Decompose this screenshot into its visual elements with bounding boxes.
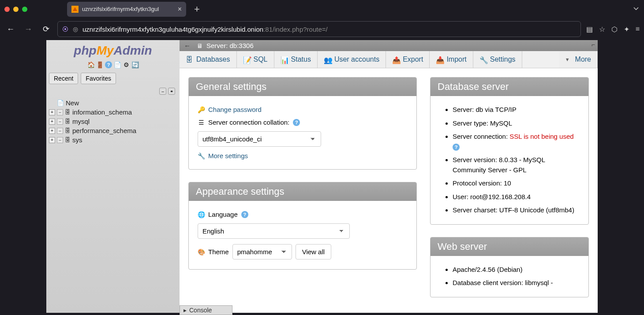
reload-button[interactable]: ⟳	[40, 24, 52, 34]
expand-icon[interactable]: +	[49, 109, 55, 115]
expand-icon[interactable]: +	[49, 137, 55, 143]
reader-mode-icon[interactable]: ▤	[586, 25, 593, 33]
server-breadcrumb: ← 🖥 Server: db:3306 ⌐	[180, 40, 598, 51]
language-select[interactable]: English	[198, 223, 350, 239]
tabs-dropdown-button[interactable]	[633, 5, 640, 14]
change-password-link[interactable]: Change password	[208, 106, 262, 113]
db-item-sys[interactable]: + – 🗄 sys	[49, 135, 177, 145]
reload-nav-icon[interactable]: 🔄	[131, 61, 139, 68]
shield-icon[interactable]: ⬡	[611, 25, 618, 33]
sidebar: phpMyAdmin 🏠 🚪 ? 📄 ⚙ 🔄 Recent Favorites …	[46, 40, 180, 313]
tor-onion-icon: ◎	[73, 26, 78, 33]
home-icon[interactable]: 🏠	[87, 61, 94, 68]
recent-button[interactable]: Recent	[49, 73, 78, 84]
address-bar[interactable]: ⦿ ◎ uznrzifslxi6rifrnyrm4xfytkn3guluha4t…	[57, 21, 581, 37]
breadcrumb-back-button[interactable]: ←	[184, 42, 193, 49]
help-icon[interactable]: ?	[241, 211, 248, 218]
db-item-information-schema[interactable]: + – 🗄 information_schema	[49, 107, 177, 117]
view-all-themes-button[interactable]: View all	[296, 244, 331, 259]
password-icon: 🔑	[198, 106, 205, 113]
more-settings-link[interactable]: More settings	[208, 152, 248, 159]
browser-tab[interactable]: uznrzifslxi6rifrnyrm4xfytkn3gul ×	[67, 2, 186, 17]
collapse-all-button[interactable]: –	[159, 88, 166, 95]
logo[interactable]: phpMyAdmin	[46, 40, 180, 59]
sql-icon: 📝	[243, 56, 250, 63]
logout-icon[interactable]: 🚪	[96, 61, 103, 68]
expand-icon[interactable]: +	[49, 128, 55, 134]
new-tab-button[interactable]: +	[194, 4, 200, 15]
new-db-item[interactable]: 📄 New	[49, 98, 177, 107]
general-settings-panel: General settings 🔑 Change password ☰ Ser…	[188, 77, 417, 170]
theme-select[interactable]: pmahomme	[232, 244, 292, 259]
link-tree-button[interactable]: ⚭	[168, 88, 175, 95]
tab-more[interactable]: ▼More	[559, 51, 598, 68]
quick-icons: 🏠 🚪 ? 📄 ⚙ 🔄	[46, 59, 180, 72]
panel-title: General settings	[189, 78, 416, 96]
tab-user-accounts[interactable]: 👥User accounts	[318, 51, 386, 68]
tree-controls: – ⚭	[46, 85, 180, 97]
close-window-button[interactable]	[4, 7, 10, 12]
extension-icon[interactable]: ⦿	[62, 26, 68, 33]
console-toggle[interactable]: ▸ Console	[180, 305, 232, 315]
database-icon: 🗄	[65, 118, 71, 125]
help-icon[interactable]: ?	[453, 144, 460, 151]
menu-icon[interactable]: ≡	[636, 25, 640, 33]
tree-link-icon: –	[57, 119, 63, 125]
panel-title: Database server	[431, 78, 588, 96]
minimize-window-button[interactable]	[13, 7, 19, 12]
appearance-settings-panel: Appearance settings 🌐 Language ? English	[188, 182, 417, 270]
ssl-warning: SSL is not being used	[509, 133, 573, 140]
info-server: Server: db via TCP/IP	[453, 103, 580, 117]
gutter-left	[0, 40, 46, 313]
chevron-down-icon: ▼	[565, 57, 570, 62]
gear-icon[interactable]: ⚙	[123, 61, 130, 68]
wrench-icon: 🔧	[479, 56, 487, 63]
hide-panel-button[interactable]: ⌐	[592, 41, 595, 48]
collation-select[interactable]: utf8mb4_unicode_ci	[198, 131, 321, 147]
docs-icon[interactable]: ?	[105, 61, 112, 68]
sparkle-icon[interactable]: ✦	[624, 25, 629, 33]
forward-button[interactable]: →	[22, 25, 34, 34]
panel-title: Web server	[431, 237, 588, 256]
tab-bar: uznrzifslxi6rifrnyrm4xfytkn3gul × +	[0, 0, 644, 18]
expand-icon[interactable]: +	[49, 119, 55, 125]
toolbar-icons: ▤ ☆ ⬡ ✦ ≡	[586, 25, 640, 33]
tab-sql[interactable]: 📝SQL	[237, 51, 274, 68]
db-item-performance-schema[interactable]: + – 🗄 performance_schema	[49, 126, 177, 135]
settings-page-icon[interactable]: 📄	[114, 61, 121, 68]
tab-export[interactable]: 📤Export	[386, 51, 430, 68]
db-item-mysql[interactable]: + – 🗄 mysql	[49, 117, 177, 126]
info-apache: Apache/2.4.56 (Debian)	[453, 263, 580, 277]
window-controls	[4, 7, 27, 12]
tab-status[interactable]: 📊Status	[274, 51, 318, 68]
close-tab-button[interactable]: ×	[178, 5, 182, 13]
bookmark-icon[interactable]: ☆	[599, 25, 605, 33]
phpmyadmin-favicon	[71, 6, 79, 13]
info-client: Database client version: libmysql -	[453, 276, 580, 290]
db-tree: 📄 New + – 🗄 information_schema + – 🗄 mys…	[46, 97, 180, 145]
db-server-info: Server: db via TCP/IP Server type: MySQL…	[439, 103, 580, 217]
tab-databases[interactable]: 🗄Databases	[180, 51, 237, 68]
new-db-icon: 📄	[57, 100, 64, 106]
wrench-icon: 🔧	[198, 152, 205, 159]
database-server-panel: Database server Server: db via TCP/IP Se…	[430, 77, 589, 225]
database-icon: 🗄	[65, 137, 71, 143]
collation-icon: ☰	[198, 119, 205, 126]
info-type: Server type: MySQL	[453, 117, 580, 130]
phpmyadmin-app: phpMyAdmin 🏠 🚪 ? 📄 ⚙ 🔄 Recent Favorites …	[46, 40, 598, 313]
language-label: Language	[208, 211, 238, 218]
tab-settings[interactable]: 🔧Settings	[473, 51, 522, 68]
console-icon: ▸	[183, 307, 187, 314]
recent-favorites: Recent Favorites	[46, 72, 180, 85]
server-label: Server: db:3306	[206, 42, 254, 49]
favorites-button[interactable]: Favorites	[81, 73, 116, 84]
back-button[interactable]: ←	[4, 25, 17, 34]
tab-import[interactable]: 📥Import	[430, 51, 473, 68]
status-icon: 📊	[281, 56, 288, 63]
database-icon: 🗄	[65, 127, 71, 134]
info-protocol: Protocol version: 10	[453, 177, 580, 190]
maximize-window-button[interactable]	[22, 7, 27, 12]
export-icon: 📤	[392, 56, 399, 63]
nav-bar: ← → ⟳ ⦿ ◎ uznrzifslxi6rifrnyrm4xfytkn3gu…	[0, 18, 644, 40]
help-icon[interactable]: ?	[293, 119, 300, 126]
